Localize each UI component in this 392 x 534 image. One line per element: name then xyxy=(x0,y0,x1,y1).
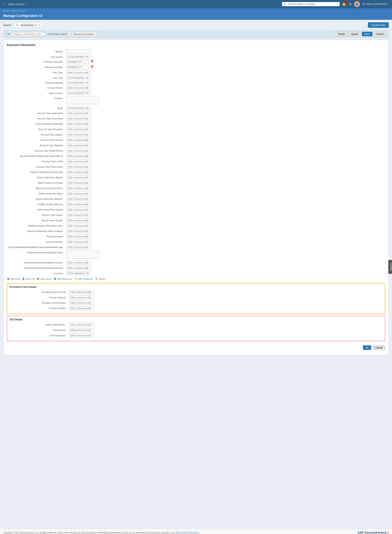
form-row-pension-number: Pension Number xyxy=(10,306,382,310)
gear-icon[interactable]: ⚙ xyxy=(87,92,89,94)
form-cancel-button[interactable]: Cancel xyxy=(373,345,385,350)
search-icon-sm: 🔍 xyxy=(68,92,70,94)
input-bank-control-key--italy-[interactable] xyxy=(66,192,91,196)
export-button[interactable]: Export xyxy=(349,32,361,36)
input-topaymentinformationdetailv3-businessidentifiercode[interactable] xyxy=(66,245,91,249)
show-version-link[interactable]: Show version information. xyxy=(176,532,199,534)
input-account-type--kenya-[interactable] xyxy=(66,138,91,142)
gear-icon[interactable]: ⚙ xyxy=(349,2,352,6)
plus-icon: ➕ xyxy=(37,278,40,280)
input-branch-code--israel-[interactable] xyxy=(66,213,91,217)
form-panel-title: Payment Information xyxy=(7,43,385,47)
clear-selection-icon[interactable]: ✕ xyxy=(35,24,36,26)
sap-logo: SAP SuccessFactors ♥ xyxy=(358,531,389,534)
form-row-eff-end: Effective end date 📅 xyxy=(7,65,385,69)
purpose-textarea[interactable] xyxy=(66,96,99,104)
input-account-type--ecuador-[interactable] xyxy=(66,127,91,131)
currency-dropdown[interactable]: 🔍 No Selection ▾ ⚙ xyxy=(66,271,91,275)
save-button[interactable]: Save xyxy=(362,32,373,36)
esi-dispensary-input[interactable] xyxy=(69,333,94,337)
input-bank-control-key--mexico-[interactable] xyxy=(66,197,91,201)
create-new-button[interactable]: Create New xyxy=(368,22,389,28)
input-routing-number[interactable] xyxy=(66,234,91,239)
worker-input[interactable] xyxy=(66,49,91,54)
form-row-eff-start: * Effective start date 📅 xyxy=(7,60,385,64)
provident-trust-id-input[interactable] xyxy=(69,290,94,294)
input-account-type--argentina-[interactable] xyxy=(66,111,91,115)
back-link[interactable]: Back to: Admin Centre xyxy=(3,9,26,12)
input-clabe-number--mexico-[interactable] xyxy=(66,202,91,206)
bell-icon[interactable]: 🔔 1 xyxy=(342,2,346,6)
input-bank-control-key--brazil-[interactable] xyxy=(66,175,91,180)
base-obj-dropdown[interactable]: 🔍 Payment Information ▾ xyxy=(68,32,97,36)
gear-icon[interactable]: ⚙ xyxy=(87,107,89,109)
id-input[interactable] xyxy=(12,32,45,36)
eff-start-date-input[interactable] xyxy=(66,60,89,64)
eff-end-date-input[interactable] xyxy=(66,65,89,69)
form-row-currency: Currency 🔍 No Selection ▾ ⚙ xyxy=(7,271,385,275)
gear-icon[interactable]: ⚙ xyxy=(87,82,89,84)
input-bank-control-key--france-[interactable] xyxy=(66,186,91,190)
job-country-dropdown[interactable]: 🔍 No Selection ▾ ⚙ xyxy=(66,55,91,59)
input-account-type--south-africa-[interactable] xyxy=(66,149,91,153)
payment-method-dropdown[interactable]: 🔍 No Selection ▾ ⚙ xyxy=(66,81,91,85)
add-group-button[interactable]: ➕ Add Group xyxy=(37,278,51,280)
form-ok-button[interactable]: Ok xyxy=(363,345,371,350)
global-search-bar: 🔍 ▾ xyxy=(282,2,340,6)
support-tab[interactable]: Support xyxy=(388,260,392,274)
input-account-type--nigeria-[interactable] xyxy=(66,143,91,147)
search-icon-sm: 🔍 xyxy=(68,56,70,58)
input-bank-control-key--chile-[interactable] xyxy=(66,181,91,185)
input-building-society-roll-number--uk-[interactable] xyxy=(66,224,91,228)
iban-textarea[interactable] xyxy=(66,250,99,259)
form-row-amount: toPaymentInformationDetailV3.amount xyxy=(7,261,385,265)
calendar-icon[interactable]: 📅 xyxy=(90,65,94,69)
search-dropdown[interactable]: 🔍 No Selection ✕ ▾ xyxy=(14,23,41,27)
gear-icon[interactable]: ⚙ xyxy=(87,272,89,274)
percent-input[interactable] xyxy=(66,266,91,270)
calendar-icon[interactable]: 📅 xyxy=(90,60,94,63)
global-search-input[interactable] xyxy=(288,3,336,5)
esi-number-input[interactable] xyxy=(69,328,94,332)
input-bank-control-key--spain-[interactable] xyxy=(66,208,91,212)
bank-dropdown[interactable]: 🔍 No Selection ▾ ⚙ xyxy=(66,106,91,110)
form-row-account-type--south-africa-: Account Type (South Africa) xyxy=(7,149,385,153)
provident-fund-number-input[interactable] xyxy=(69,301,94,305)
form-row-account-type--argentina-: Account Type (Argentina) xyxy=(7,111,385,115)
add-field-button[interactable]: ➕ Add Field xyxy=(7,278,20,280)
toolbar-delete-button[interactable]: 🗑️ Delete xyxy=(95,278,105,280)
gear-icon[interactable]: ⚙ xyxy=(87,77,89,79)
cancel-button[interactable]: Cancel xyxy=(374,32,386,36)
chevron-down-icon[interactable]: ▾ xyxy=(39,24,40,26)
amount-input[interactable] xyxy=(66,261,91,265)
input-account-number[interactable] xyxy=(66,240,91,244)
input-proof-of-identity--colombia-[interactable] xyxy=(66,122,91,126)
form-row-account-type--colombia-: Account Type (Colombia) xyxy=(7,117,385,121)
input-payment-reference--new-zealand-[interactable] xyxy=(66,229,91,233)
form-row-branch-code--israel-: Branch Code (Israel) xyxy=(7,213,385,217)
pay-type-edit-input[interactable] xyxy=(66,71,91,75)
pay-type-dropdown[interactable]: 🔍 No Selection ▾ ⚙ xyxy=(66,76,91,80)
edit-properties-button[interactable]: ✏️ Edit Properties xyxy=(74,278,93,280)
input-account-type--colombia-[interactable] xyxy=(66,117,91,121)
user-menu-button[interactable]: SF Admin (SFADMIN) ▾ xyxy=(362,3,389,5)
form-row-payment-reference--new-zealand-: Payment Reference (New Zealand) xyxy=(7,229,385,233)
pension-number-input[interactable] xyxy=(69,306,94,310)
admin-centre-button[interactable]: Admin Centre ▾ xyxy=(8,3,26,6)
input-account-holder-relationship--south-africa-[interactable] xyxy=(66,154,91,158)
account-owner-input[interactable] xyxy=(66,86,91,90)
input-branch-name--israel-[interactable] xyxy=(66,218,91,222)
home-icon[interactable]: ⌂ xyxy=(3,2,5,6)
input-account-type--usa-[interactable] xyxy=(66,159,91,164)
delete-button[interactable]: Delete xyxy=(336,32,347,36)
input-account-type--venezuela-[interactable] xyxy=(66,165,91,169)
input-payment-reference--venezuela-[interactable] xyxy=(66,170,91,174)
pension-trust-id-input[interactable] xyxy=(69,295,94,300)
add-link-button[interactable]: ➕ Add Link xyxy=(22,278,35,280)
bank-country-dropdown[interactable]: 🔍 No Selection ▾ ⚙ xyxy=(66,91,91,95)
input-account-type--japan-[interactable] xyxy=(66,132,91,137)
form-row-account-type--japan-: Account Type (Japan) xyxy=(7,132,385,137)
add-reference-button[interactable]: ➕ Add Reference xyxy=(54,278,72,280)
temp-cert-input[interactable] xyxy=(69,323,94,327)
gear-icon[interactable]: ⚙ xyxy=(87,56,89,58)
